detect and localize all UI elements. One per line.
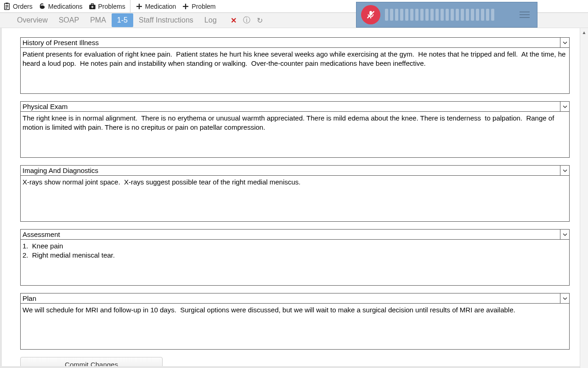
note-tabs: Overview SOAP PMA 1-5 Staff Instructions… xyxy=(11,13,222,27)
chevron-down-icon xyxy=(563,104,567,109)
chevron-down-icon xyxy=(563,168,567,173)
recording-menu-button[interactable] xyxy=(517,9,532,21)
section-physical-exam: Physical Exam The right knee is in norma… xyxy=(20,101,570,158)
chevron-down-icon xyxy=(563,296,567,301)
tab-staff-instructions[interactable]: Staff Instructions xyxy=(133,13,199,27)
tab-pma[interactable]: PMA xyxy=(85,13,112,27)
problems-button[interactable]: Problems xyxy=(88,2,125,11)
section-body-hpi[interactable]: Patient presents for evaluation of right… xyxy=(20,48,570,94)
note-content-area: History of Present Illness Patient prese… xyxy=(0,28,588,368)
close-icon[interactable]: ✕ xyxy=(231,16,237,25)
add-problem-label: Problem xyxy=(192,3,215,10)
section-body-assessment[interactable]: 1. Knee pain 2. Right medial meniscal te… xyxy=(20,240,570,286)
medkit-icon xyxy=(88,2,96,11)
recording-widget xyxy=(356,2,537,28)
orders-button[interactable]: Orders xyxy=(3,2,33,11)
chevron-down-icon xyxy=(563,232,567,237)
chevron-down-icon xyxy=(563,40,567,45)
orders-label: Orders xyxy=(13,3,33,10)
section-body-pe[interactable]: The right knee is in normal alignment. T… xyxy=(20,112,570,158)
clipboard-icon xyxy=(3,2,11,11)
tab-log[interactable]: Log xyxy=(199,13,222,27)
info-icon[interactable]: ⓘ xyxy=(243,16,250,25)
commit-changes-button[interactable]: Commit Changes xyxy=(20,357,163,368)
tab-soap[interactable]: SOAP xyxy=(53,13,85,27)
section-header-plan: Plan xyxy=(20,293,570,304)
svg-rect-1 xyxy=(6,2,8,4)
scroll-up-icon[interactable]: ▲ xyxy=(580,28,588,36)
plus-icon xyxy=(135,2,143,11)
section-dropdown-imaging[interactable] xyxy=(560,166,569,175)
tab-action-icons: ✕ ⓘ ↻ xyxy=(231,16,263,25)
section-header-hpi: History of Present Illness xyxy=(20,37,570,48)
problems-label: Problems xyxy=(98,3,125,10)
secondary-bar: Overview SOAP PMA 1-5 Staff Instructions… xyxy=(0,13,588,28)
medications-button[interactable]: Medications xyxy=(38,2,83,11)
section-dropdown-pe[interactable] xyxy=(560,102,569,111)
audio-level-meter xyxy=(385,8,512,22)
section-assessment: Assessment 1. Knee pain 2. Right medial … xyxy=(20,229,570,286)
tab-1-5[interactable]: 1-5 xyxy=(112,13,133,27)
section-title-imaging: Imaging And Diagnostics xyxy=(21,166,560,175)
section-dropdown-assessment[interactable] xyxy=(560,230,569,239)
section-title-hpi: History of Present Illness xyxy=(21,38,560,47)
add-medication-button[interactable]: Medication xyxy=(135,2,176,11)
add-medication-label: Medication xyxy=(145,3,176,10)
refresh-icon[interactable]: ↻ xyxy=(257,16,263,25)
section-title-pe: Physical Exam xyxy=(21,102,560,111)
section-header-assessment: Assessment xyxy=(20,229,570,240)
pill-icon xyxy=(38,2,46,11)
vertical-scrollbar[interactable]: ▲ xyxy=(580,28,588,368)
toolbar-group-add: Medication Problem xyxy=(135,0,220,12)
mic-mute-button[interactable] xyxy=(361,5,380,24)
section-dropdown-hpi[interactable] xyxy=(560,38,569,47)
section-dropdown-plan[interactable] xyxy=(560,293,569,303)
mic-muted-icon xyxy=(366,10,376,20)
section-title-plan: Plan xyxy=(21,293,560,303)
section-title-assessment: Assessment xyxy=(21,230,560,239)
section-plan: Plan We will schedule for MRI and follow… xyxy=(20,293,570,350)
section-imaging: Imaging And Diagnostics X-rays show norm… xyxy=(20,165,570,222)
svg-rect-7 xyxy=(91,4,93,5)
toolbar-group-lists: Orders Medications Problems xyxy=(3,0,130,12)
section-body-plan[interactable]: We will schedule for MRI and follow-up i… xyxy=(20,304,570,350)
tab-overview[interactable]: Overview xyxy=(11,13,53,27)
medications-label: Medications xyxy=(48,3,83,10)
add-problem-button[interactable]: Problem xyxy=(181,2,215,11)
section-header-imaging: Imaging And Diagnostics xyxy=(20,165,570,176)
section-body-imaging[interactable]: X-rays show normal joint space. X-rays s… xyxy=(20,176,570,222)
section-hpi: History of Present Illness Patient prese… xyxy=(20,37,570,94)
section-header-pe: Physical Exam xyxy=(20,101,570,112)
plus-icon xyxy=(181,2,190,11)
